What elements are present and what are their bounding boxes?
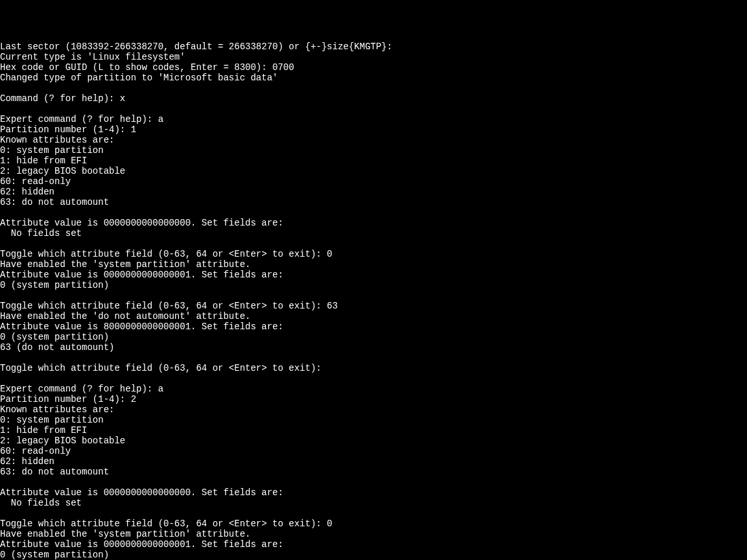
terminal-line — [0, 353, 747, 363]
terminal-line: Toggle which attribute field (0-63, 64 o… — [0, 363, 747, 373]
terminal-line: Partition number (1-4): 1 — [0, 124, 747, 135]
terminal-line: Have enabled the 'system partition' attr… — [0, 529, 747, 539]
terminal-line: 1: hide from EFI — [0, 156, 747, 166]
terminal-line: 62: hidden — [0, 456, 747, 467]
terminal-line: 1: hide from EFI — [0, 425, 747, 436]
terminal-line — [0, 83, 747, 93]
terminal-line: Expert command (? for help): a — [0, 114, 747, 124]
terminal-line: Attribute value is 8000000000000001. Set… — [0, 321, 747, 332]
terminal-line: Current type is 'Linux filesystem' — [0, 52, 747, 62]
terminal-line: Attribute value is 0000000000000001. Set… — [0, 539, 747, 550]
terminal-line: No fields set — [0, 228, 747, 239]
terminal-line: 0: system partition — [0, 415, 747, 425]
terminal-line: 63 (do not automount) — [0, 342, 747, 353]
terminal-line: Expert command (? for help): a — [0, 384, 747, 394]
terminal-line: 0 (system partition) — [0, 550, 747, 560]
terminal-line — [0, 290, 747, 301]
terminal-line — [0, 373, 747, 384]
terminal-line — [0, 508, 747, 519]
terminal-line: Attribute value is 0000000000000001. Set… — [0, 270, 747, 280]
terminal-line: Partition number (1-4): 2 — [0, 394, 747, 404]
terminal-line: 62: hidden — [0, 187, 747, 197]
terminal-line: 0 (system partition) — [0, 332, 747, 342]
terminal-line: Known attributes are: — [0, 135, 747, 145]
terminal-line: No fields set — [0, 498, 747, 508]
terminal-line: 2: legacy BIOS bootable — [0, 166, 747, 176]
terminal-line: Have enabled the 'system partition' attr… — [0, 259, 747, 270]
terminal-line — [0, 477, 747, 487]
terminal-line — [0, 207, 747, 218]
terminal-line: Changed type of partition to 'Microsoft … — [0, 73, 747, 83]
terminal-line: Have enabled the 'do not automount' attr… — [0, 311, 747, 321]
terminal-line: 63: do not automount — [0, 197, 747, 207]
terminal-line: Toggle which attribute field (0-63, 64 o… — [0, 519, 747, 529]
terminal-line: Toggle which attribute field (0-63, 64 o… — [0, 249, 747, 259]
terminal-line: 0: system partition — [0, 145, 747, 156]
terminal-line — [0, 104, 747, 114]
terminal-line — [0, 239, 747, 249]
terminal-line: Command (? for help): x — [0, 93, 747, 104]
terminal-line: Attribute value is 0000000000000000. Set… — [0, 218, 747, 228]
terminal-line: 63: do not automount — [0, 467, 747, 477]
terminal-line: 0 (system partition) — [0, 280, 747, 290]
terminal-line: Hex code or GUID (L to show codes, Enter… — [0, 62, 747, 73]
terminal-line: Toggle which attribute field (0-63, 64 o… — [0, 301, 747, 311]
terminal-line: Known attributes are: — [0, 404, 747, 415]
terminal-line: Last sector (1083392-266338270, default … — [0, 41, 747, 52]
terminal-line: Attribute value is 0000000000000000. Set… — [0, 487, 747, 498]
terminal-output[interactable]: Last sector (1083392-266338270, default … — [0, 41, 747, 560]
terminal-line: 60: read-only — [0, 176, 747, 187]
terminal-line: 60: read-only — [0, 446, 747, 456]
terminal-line: 2: legacy BIOS bootable — [0, 436, 747, 446]
